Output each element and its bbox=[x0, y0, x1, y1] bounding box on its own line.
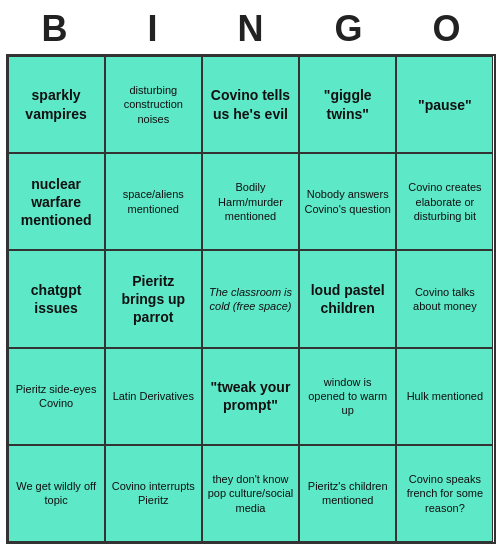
bingo-cell-12[interactable]: The classroom is cold (free space) bbox=[202, 250, 299, 347]
letter-o: O bbox=[403, 8, 491, 50]
bingo-cell-2[interactable]: Covino tells us he's evil bbox=[202, 56, 299, 153]
bingo-cell-8[interactable]: Nobody answers Covino's question bbox=[299, 153, 396, 250]
cell-text-24: Covino speaks french for some reason? bbox=[401, 472, 488, 515]
bingo-title: B I N G O bbox=[6, 0, 496, 54]
bingo-cell-4[interactable]: "pause" bbox=[396, 56, 493, 153]
cell-text-19: Hulk mentioned bbox=[407, 389, 483, 403]
bingo-cell-16[interactable]: Latin Derivatives bbox=[105, 348, 202, 445]
bingo-cell-3[interactable]: "giggle twins" bbox=[299, 56, 396, 153]
cell-text-6: space/aliens mentioned bbox=[110, 187, 197, 216]
cell-text-16: Latin Derivatives bbox=[113, 389, 194, 403]
cell-text-1: disturbing construction noises bbox=[110, 83, 197, 126]
cell-text-0: sparkly vampires bbox=[13, 86, 100, 122]
letter-i: I bbox=[109, 8, 197, 50]
bingo-cell-22[interactable]: they don't know pop culture/social media bbox=[202, 445, 299, 542]
cell-text-23: Pieritz's children mentioned bbox=[304, 479, 391, 508]
cell-text-9: Covino creates elaborate or disturbing b… bbox=[401, 180, 488, 223]
bingo-cell-14[interactable]: Covino talks about money bbox=[396, 250, 493, 347]
cell-text-12: The classroom is cold (free space) bbox=[207, 285, 294, 314]
cell-text-5: nuclear warfare mentioned bbox=[13, 175, 100, 230]
bingo-cell-23[interactable]: Pieritz's children mentioned bbox=[299, 445, 396, 542]
bingo-cell-17[interactable]: "tweak your prompt" bbox=[202, 348, 299, 445]
bingo-cell-15[interactable]: Pieritz side-eyes Covino bbox=[8, 348, 105, 445]
cell-text-18: window is opened to warm up bbox=[304, 375, 391, 418]
cell-text-11: Pieritz brings up parrot bbox=[110, 272, 197, 327]
bingo-cell-19[interactable]: Hulk mentioned bbox=[396, 348, 493, 445]
bingo-cell-7[interactable]: Bodily Harm/murder mentioned bbox=[202, 153, 299, 250]
bingo-grid: sparkly vampiresdisturbing construction … bbox=[6, 54, 496, 544]
cell-text-13: loud pastel children bbox=[304, 281, 391, 317]
bingo-cell-20[interactable]: We get wildly off topic bbox=[8, 445, 105, 542]
cell-text-14: Covino talks about money bbox=[401, 285, 488, 314]
cell-text-21: Covino interrupts Pieritz bbox=[110, 479, 197, 508]
cell-text-17: "tweak your prompt" bbox=[207, 378, 294, 414]
bingo-cell-11[interactable]: Pieritz brings up parrot bbox=[105, 250, 202, 347]
bingo-cell-0[interactable]: sparkly vampires bbox=[8, 56, 105, 153]
bingo-cell-18[interactable]: window is opened to warm up bbox=[299, 348, 396, 445]
cell-text-10: chatgpt issues bbox=[13, 281, 100, 317]
bingo-cell-6[interactable]: space/aliens mentioned bbox=[105, 153, 202, 250]
letter-b: B bbox=[11, 8, 99, 50]
cell-text-4: "pause" bbox=[418, 96, 472, 114]
cell-text-3: "giggle twins" bbox=[304, 86, 391, 122]
bingo-cell-9[interactable]: Covino creates elaborate or disturbing b… bbox=[396, 153, 493, 250]
letter-n: N bbox=[207, 8, 295, 50]
bingo-cell-1[interactable]: disturbing construction noises bbox=[105, 56, 202, 153]
cell-text-15: Pieritz side-eyes Covino bbox=[13, 382, 100, 411]
bingo-cell-13[interactable]: loud pastel children bbox=[299, 250, 396, 347]
cell-text-22: they don't know pop culture/social media bbox=[207, 472, 294, 515]
cell-text-2: Covino tells us he's evil bbox=[207, 86, 294, 122]
bingo-cell-5[interactable]: nuclear warfare mentioned bbox=[8, 153, 105, 250]
cell-text-20: We get wildly off topic bbox=[13, 479, 100, 508]
bingo-cell-24[interactable]: Covino speaks french for some reason? bbox=[396, 445, 493, 542]
cell-text-7: Bodily Harm/murder mentioned bbox=[207, 180, 294, 223]
letter-g: G bbox=[305, 8, 393, 50]
cell-text-8: Nobody answers Covino's question bbox=[304, 187, 391, 216]
bingo-cell-21[interactable]: Covino interrupts Pieritz bbox=[105, 445, 202, 542]
bingo-cell-10[interactable]: chatgpt issues bbox=[8, 250, 105, 347]
